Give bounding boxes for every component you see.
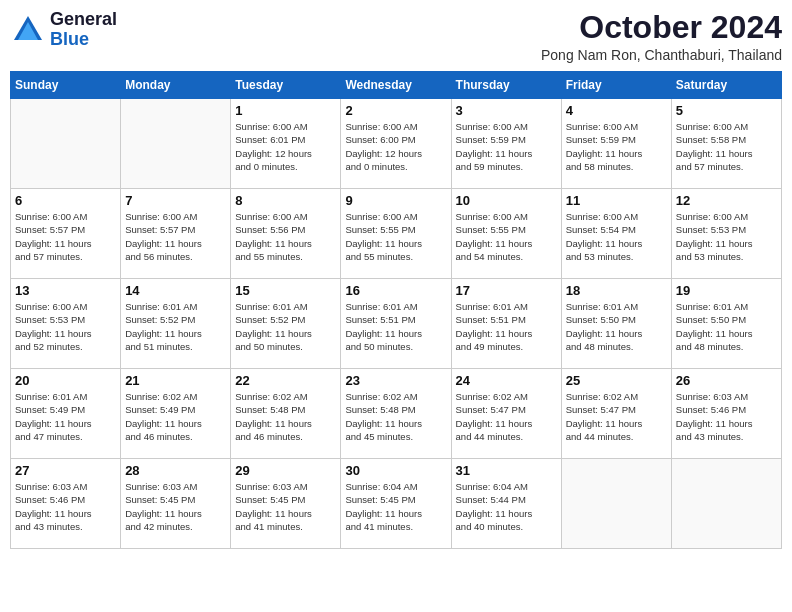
- calendar-day-cell: 8Sunrise: 6:00 AM Sunset: 5:56 PM Daylig…: [231, 189, 341, 279]
- calendar-day-cell: 15Sunrise: 6:01 AM Sunset: 5:52 PM Dayli…: [231, 279, 341, 369]
- calendar-day-cell: 30Sunrise: 6:04 AM Sunset: 5:45 PM Dayli…: [341, 459, 451, 549]
- day-number: 9: [345, 193, 446, 208]
- weekday-header: Sunday: [11, 72, 121, 99]
- title-block: October 2024 Pong Nam Ron, Chanthaburi, …: [541, 10, 782, 63]
- day-detail: Sunrise: 6:00 AM Sunset: 5:56 PM Dayligh…: [235, 210, 336, 263]
- day-number: 31: [456, 463, 557, 478]
- day-detail: Sunrise: 6:00 AM Sunset: 5:55 PM Dayligh…: [456, 210, 557, 263]
- calendar-day-cell: 10Sunrise: 6:00 AM Sunset: 5:55 PM Dayli…: [451, 189, 561, 279]
- day-number: 10: [456, 193, 557, 208]
- day-number: 20: [15, 373, 116, 388]
- day-detail: Sunrise: 6:00 AM Sunset: 5:53 PM Dayligh…: [676, 210, 777, 263]
- day-detail: Sunrise: 6:03 AM Sunset: 5:45 PM Dayligh…: [125, 480, 226, 533]
- day-detail: Sunrise: 6:00 AM Sunset: 5:53 PM Dayligh…: [15, 300, 116, 353]
- day-detail: Sunrise: 6:03 AM Sunset: 5:46 PM Dayligh…: [15, 480, 116, 533]
- calendar-day-cell: 17Sunrise: 6:01 AM Sunset: 5:51 PM Dayli…: [451, 279, 561, 369]
- day-number: 11: [566, 193, 667, 208]
- day-number: 2: [345, 103, 446, 118]
- day-number: 7: [125, 193, 226, 208]
- day-number: 19: [676, 283, 777, 298]
- day-number: 25: [566, 373, 667, 388]
- weekday-header: Monday: [121, 72, 231, 99]
- logo-icon: [10, 12, 46, 48]
- day-number: 26: [676, 373, 777, 388]
- page-header: General Blue October 2024 Pong Nam Ron, …: [10, 10, 782, 63]
- day-detail: Sunrise: 6:04 AM Sunset: 5:44 PM Dayligh…: [456, 480, 557, 533]
- calendar-day-cell: 24Sunrise: 6:02 AM Sunset: 5:47 PM Dayli…: [451, 369, 561, 459]
- calendar-day-cell: 1Sunrise: 6:00 AM Sunset: 6:01 PM Daylig…: [231, 99, 341, 189]
- calendar-day-cell: [121, 99, 231, 189]
- calendar-day-cell: 6Sunrise: 6:00 AM Sunset: 5:57 PM Daylig…: [11, 189, 121, 279]
- calendar-day-cell: 2Sunrise: 6:00 AM Sunset: 6:00 PM Daylig…: [341, 99, 451, 189]
- calendar-day-cell: 26Sunrise: 6:03 AM Sunset: 5:46 PM Dayli…: [671, 369, 781, 459]
- calendar-day-cell: 25Sunrise: 6:02 AM Sunset: 5:47 PM Dayli…: [561, 369, 671, 459]
- calendar-week-row: 6Sunrise: 6:00 AM Sunset: 5:57 PM Daylig…: [11, 189, 782, 279]
- day-number: 18: [566, 283, 667, 298]
- calendar-header-row: SundayMondayTuesdayWednesdayThursdayFrid…: [11, 72, 782, 99]
- day-detail: Sunrise: 6:00 AM Sunset: 5:59 PM Dayligh…: [456, 120, 557, 173]
- day-number: 14: [125, 283, 226, 298]
- day-number: 5: [676, 103, 777, 118]
- calendar-day-cell: 13Sunrise: 6:00 AM Sunset: 5:53 PM Dayli…: [11, 279, 121, 369]
- calendar-day-cell: 21Sunrise: 6:02 AM Sunset: 5:49 PM Dayli…: [121, 369, 231, 459]
- calendar-day-cell: [561, 459, 671, 549]
- calendar-table: SundayMondayTuesdayWednesdayThursdayFrid…: [10, 71, 782, 549]
- day-detail: Sunrise: 6:02 AM Sunset: 5:47 PM Dayligh…: [566, 390, 667, 443]
- calendar-day-cell: 19Sunrise: 6:01 AM Sunset: 5:50 PM Dayli…: [671, 279, 781, 369]
- calendar-day-cell: 14Sunrise: 6:01 AM Sunset: 5:52 PM Dayli…: [121, 279, 231, 369]
- day-detail: Sunrise: 6:01 AM Sunset: 5:52 PM Dayligh…: [235, 300, 336, 353]
- month-title: October 2024: [541, 10, 782, 45]
- day-number: 24: [456, 373, 557, 388]
- day-number: 17: [456, 283, 557, 298]
- day-detail: Sunrise: 6:04 AM Sunset: 5:45 PM Dayligh…: [345, 480, 446, 533]
- day-number: 23: [345, 373, 446, 388]
- day-number: 3: [456, 103, 557, 118]
- calendar-day-cell: 7Sunrise: 6:00 AM Sunset: 5:57 PM Daylig…: [121, 189, 231, 279]
- calendar-day-cell: 23Sunrise: 6:02 AM Sunset: 5:48 PM Dayli…: [341, 369, 451, 459]
- calendar-day-cell: 29Sunrise: 6:03 AM Sunset: 5:45 PM Dayli…: [231, 459, 341, 549]
- day-detail: Sunrise: 6:01 AM Sunset: 5:49 PM Dayligh…: [15, 390, 116, 443]
- day-detail: Sunrise: 6:02 AM Sunset: 5:47 PM Dayligh…: [456, 390, 557, 443]
- day-number: 4: [566, 103, 667, 118]
- day-detail: Sunrise: 6:00 AM Sunset: 5:59 PM Dayligh…: [566, 120, 667, 173]
- logo: General Blue: [10, 10, 117, 50]
- day-detail: Sunrise: 6:02 AM Sunset: 5:48 PM Dayligh…: [235, 390, 336, 443]
- calendar-day-cell: [11, 99, 121, 189]
- day-detail: Sunrise: 6:00 AM Sunset: 5:54 PM Dayligh…: [566, 210, 667, 263]
- weekday-header: Wednesday: [341, 72, 451, 99]
- calendar-day-cell: 31Sunrise: 6:04 AM Sunset: 5:44 PM Dayli…: [451, 459, 561, 549]
- location-title: Pong Nam Ron, Chanthaburi, Thailand: [541, 47, 782, 63]
- day-detail: Sunrise: 6:02 AM Sunset: 5:48 PM Dayligh…: [345, 390, 446, 443]
- day-detail: Sunrise: 6:00 AM Sunset: 5:55 PM Dayligh…: [345, 210, 446, 263]
- calendar-day-cell: 27Sunrise: 6:03 AM Sunset: 5:46 PM Dayli…: [11, 459, 121, 549]
- calendar-day-cell: [671, 459, 781, 549]
- calendar-day-cell: 12Sunrise: 6:00 AM Sunset: 5:53 PM Dayli…: [671, 189, 781, 279]
- day-detail: Sunrise: 6:01 AM Sunset: 5:50 PM Dayligh…: [676, 300, 777, 353]
- weekday-header: Tuesday: [231, 72, 341, 99]
- calendar-week-row: 20Sunrise: 6:01 AM Sunset: 5:49 PM Dayli…: [11, 369, 782, 459]
- calendar-day-cell: 22Sunrise: 6:02 AM Sunset: 5:48 PM Dayli…: [231, 369, 341, 459]
- weekday-header: Friday: [561, 72, 671, 99]
- day-detail: Sunrise: 6:03 AM Sunset: 5:46 PM Dayligh…: [676, 390, 777, 443]
- day-number: 21: [125, 373, 226, 388]
- calendar-week-row: 1Sunrise: 6:00 AM Sunset: 6:01 PM Daylig…: [11, 99, 782, 189]
- calendar-day-cell: 18Sunrise: 6:01 AM Sunset: 5:50 PM Dayli…: [561, 279, 671, 369]
- weekday-header: Thursday: [451, 72, 561, 99]
- day-detail: Sunrise: 6:02 AM Sunset: 5:49 PM Dayligh…: [125, 390, 226, 443]
- day-number: 8: [235, 193, 336, 208]
- day-detail: Sunrise: 6:00 AM Sunset: 5:58 PM Dayligh…: [676, 120, 777, 173]
- day-number: 30: [345, 463, 446, 478]
- calendar-day-cell: 9Sunrise: 6:00 AM Sunset: 5:55 PM Daylig…: [341, 189, 451, 279]
- day-detail: Sunrise: 6:01 AM Sunset: 5:51 PM Dayligh…: [345, 300, 446, 353]
- calendar-week-row: 13Sunrise: 6:00 AM Sunset: 5:53 PM Dayli…: [11, 279, 782, 369]
- calendar-day-cell: 5Sunrise: 6:00 AM Sunset: 5:58 PM Daylig…: [671, 99, 781, 189]
- day-detail: Sunrise: 6:00 AM Sunset: 6:01 PM Dayligh…: [235, 120, 336, 173]
- day-number: 22: [235, 373, 336, 388]
- day-detail: Sunrise: 6:01 AM Sunset: 5:50 PM Dayligh…: [566, 300, 667, 353]
- logo-text: General Blue: [50, 10, 117, 50]
- day-number: 27: [15, 463, 116, 478]
- calendar-day-cell: 11Sunrise: 6:00 AM Sunset: 5:54 PM Dayli…: [561, 189, 671, 279]
- day-detail: Sunrise: 6:00 AM Sunset: 5:57 PM Dayligh…: [125, 210, 226, 263]
- day-number: 28: [125, 463, 226, 478]
- calendar-week-row: 27Sunrise: 6:03 AM Sunset: 5:46 PM Dayli…: [11, 459, 782, 549]
